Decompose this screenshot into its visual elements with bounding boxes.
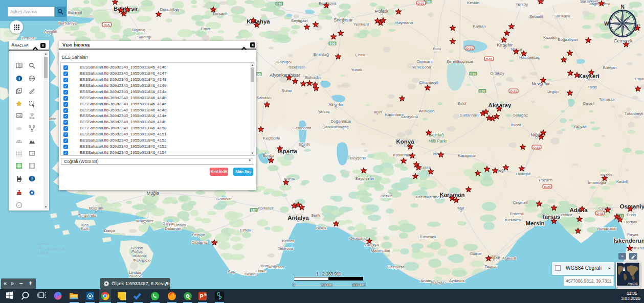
svg-text:Altınekin: Altınekin <box>419 109 435 113</box>
svg-text:Bozyazı: Bozyazı <box>431 280 446 285</box>
svg-text:O-21: O-21 <box>510 90 517 93</box>
svg-text:Yerköy: Yerköy <box>516 2 528 7</box>
svg-text:Talas: Talas <box>588 85 597 89</box>
svg-text:Ιαλυσός: Ιαλυσός <box>132 253 147 258</box>
svg-text:Yeniceoba: Yeniceoba <box>412 65 431 69</box>
svg-text:O-21: O-21 <box>417 2 425 5</box>
svg-text:Yahyalı: Yahyalı <box>573 124 587 129</box>
svg-text:Dörtyol: Dörtyol <box>624 220 637 224</box>
svg-text:Ilgın: Ilgın <box>374 110 382 114</box>
svg-text:Ömeranlı: Ömeranlı <box>417 59 434 64</box>
svg-text:Milli Parkı: Milli Parkı <box>429 138 448 144</box>
svg-text:Boğazlıyan: Boğazlıyan <box>558 37 578 42</box>
svg-text:Kozaklı: Kozaklı <box>543 35 557 40</box>
svg-text:Korkuteli: Korkuteli <box>257 206 273 211</box>
svg-text:Gülağaç: Gülağaç <box>513 113 528 118</box>
svg-text:Pozantı: Pozantı <box>539 178 552 182</box>
svg-text:Keçiborlu: Keçiborlu <box>263 136 280 141</box>
svg-text:Ayvalık: Ayvalık <box>44 29 58 34</box>
svg-text:ΚΑΝΗΣΑ: ΚΑΝΗΣΑ <box>48 247 65 251</box>
svg-text:Okurcalar: Okurcalar <box>349 236 367 241</box>
svg-text:E96: E96 <box>329 42 336 45</box>
svg-text:İscehisar: İscehisar <box>288 65 305 69</box>
svg-text:N: N <box>620 4 624 10</box>
svg-text:O-21: O-21 <box>466 47 473 50</box>
svg-text:E90: E90 <box>479 89 485 93</box>
svg-text:Tufanbeyli: Tufanbeyli <box>625 111 643 116</box>
svg-text:Afyonkarahisar: Afyonkarahisar <box>270 73 300 78</box>
svg-text:Bünyan: Bünyan <box>603 65 616 70</box>
svg-text:Kadirli: Kadirli <box>616 179 628 184</box>
svg-text:Beyşehir: Beyşehir <box>350 156 366 160</box>
svg-text:Adrasan: Adrasan <box>269 265 284 269</box>
svg-text:Şuhut: Şuhut <box>282 88 293 93</box>
svg-text:Şereflikoçhisar: Şereflikoçhisar <box>447 59 474 64</box>
svg-text:Gelendost: Gelendost <box>293 126 312 130</box>
svg-text:Emirdağ: Emirdağ <box>314 52 329 57</box>
svg-text:Develi: Develi <box>583 101 594 106</box>
svg-text:Bozdağ: Bozdağ <box>429 132 444 137</box>
svg-text:Erzin: Erzin <box>627 213 636 217</box>
svg-text:Yunak: Yunak <box>351 67 363 72</box>
svg-text:E87: E87 <box>251 208 257 212</box>
svg-text:Yalvaç: Yalvaç <box>318 109 329 114</box>
svg-text:Ortaköy: Ortaköy <box>490 71 504 76</box>
svg-text:Ürgüp: Ürgüp <box>547 89 559 94</box>
svg-text:Kaman: Kaman <box>473 24 485 29</box>
svg-text:Κως: Κως <box>81 226 88 231</box>
svg-text:Turgutreis: Turgutreis <box>78 213 96 218</box>
svg-text:DODE: DODE <box>37 242 50 246</box>
svg-text:O-21: O-21 <box>485 58 493 61</box>
svg-text:Finike: Finike <box>255 269 267 273</box>
svg-text:Dalyan: Dalyan <box>163 221 175 226</box>
svg-text:Doğanhisar: Doğanhisar <box>331 119 352 124</box>
svg-text:Gölhisar: Gölhisar <box>216 197 232 201</box>
svg-text:Gülnar: Gülnar <box>470 251 482 256</box>
svg-text:P: P <box>199 293 203 299</box>
svg-text:ΔΩΔΕ: ΔΩΔΕ <box>36 251 49 255</box>
svg-text:Ermenek: Ermenek <box>420 235 437 239</box>
svg-text:O-21: O-21 <box>533 146 540 149</box>
svg-text:E90: E90 <box>470 72 476 76</box>
svg-text:Edremit: Edremit <box>68 10 82 15</box>
svg-text:Cihanbeyli: Cihanbeyli <box>419 80 438 85</box>
svg-text:Seyitgazi: Seyitgazi <box>291 18 308 23</box>
svg-text:Burhaniye: Burhaniye <box>58 21 77 26</box>
svg-text:Demre: Demre <box>245 272 257 276</box>
svg-text:Dalaman: Dalaman <box>165 226 181 231</box>
svg-text:Kızkalesi: Kızkalesi <box>505 218 521 222</box>
svg-text:Tomarza: Tomarza <box>599 97 615 102</box>
svg-text:Kırıkhan: Kırıkhan <box>631 246 644 250</box>
svg-text:Erdemli: Erdemli <box>509 212 523 216</box>
svg-text:Yumurtalık: Yumurtalık <box>596 226 616 231</box>
svg-text:Keskin: Keskin <box>467 1 479 5</box>
svg-text:Karapınar: Karapınar <box>458 153 476 158</box>
svg-text:Kaş: Kaş <box>228 269 235 274</box>
svg-text:Gazipaşa: Gazipaşa <box>387 265 405 269</box>
svg-text:ArcGIS: ArcGIS <box>628 282 637 285</box>
svg-text:Pınar: Pınar <box>635 77 644 81</box>
svg-text:Serik: Serik <box>311 213 321 218</box>
svg-text:Payas: Payas <box>627 232 638 237</box>
svg-text:Datça: Datça <box>104 228 115 233</box>
svg-text:Kadınhanı: Kadınhanı <box>385 112 404 117</box>
svg-text:O-21: O-21 <box>544 185 551 189</box>
svg-text:Sarıkaya: Sarıkaya <box>554 14 570 18</box>
svg-text:O-5: O-5 <box>104 24 110 27</box>
svg-text:Φαληράκι: Φαληράκι <box>133 258 151 263</box>
svg-text:Eskil: Eskil <box>458 101 467 106</box>
svg-text:Sandıklı: Sandıklı <box>257 96 272 100</box>
svg-text:Bozkır: Bozkır <box>381 194 392 198</box>
svg-text:Çeşmeli: Çeşmeli <box>513 200 528 205</box>
svg-text:İmamoğlu: İmamoğlu <box>588 180 606 185</box>
svg-text:Belek: Belek <box>316 226 327 230</box>
svg-text:Lesvos: Lesvos <box>21 36 34 40</box>
svg-text:E90: E90 <box>276 2 282 6</box>
svg-text:Dursunbey: Dursunbey <box>160 7 180 12</box>
svg-text:Yenice: Yenice <box>560 213 572 217</box>
svg-text:Şarkikaraağaç: Şarkikaraağaç <box>322 125 348 129</box>
svg-text:Taşucu: Taşucu <box>484 264 497 269</box>
svg-text:Haymana: Haymana <box>395 20 413 25</box>
svg-text:Ihlara: Ihlara <box>511 123 522 127</box>
svg-text:Ulukışla: Ulukışla <box>516 172 531 176</box>
